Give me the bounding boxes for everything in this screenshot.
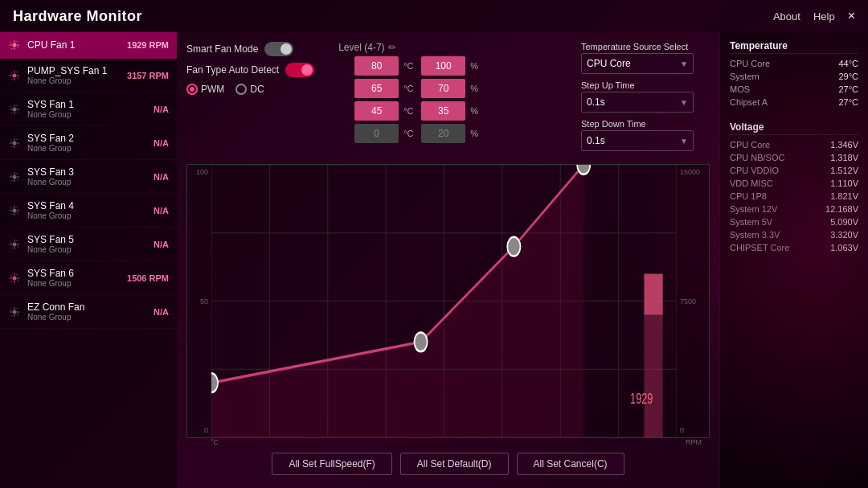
celsius-unit-1: °C <box>403 84 416 93</box>
sidebar-item-sub: None Group <box>27 211 154 220</box>
temp-info-name: CPU Core <box>730 59 770 68</box>
pct-input-1[interactable] <box>421 79 465 98</box>
graph-svg: 1929 <box>211 165 677 437</box>
right-controls: Temperature Source Select CPU Core ▼ Ste… <box>581 42 710 151</box>
graph-units-row: °C RPM <box>186 438 710 446</box>
voltage-info-value: 1.063V <box>830 243 858 252</box>
dc-radio-circle <box>235 84 247 95</box>
sidebar-item-info: SYS Fan 5None Group <box>27 234 154 254</box>
sidebar-item-rpm: 1506 RPM <box>127 273 169 283</box>
graph-y-left-axis: 100 50 0 <box>187 165 211 437</box>
chevron-down-icon: ▼ <box>680 59 688 68</box>
voltage-info-value: 5.090V <box>830 217 858 227</box>
controls-row: Smart Fan Mode Fan Type Auto Detect PWM <box>186 42 710 151</box>
sidebar-item-ez-conn-fan[interactable]: EZ Conn FanNone GroupN/A <box>0 295 177 329</box>
about-button[interactable]: About <box>773 10 800 23</box>
chevron-down-icon-3: ▼ <box>680 137 688 146</box>
sidebar-item-name: SYS Fan 2 <box>27 133 154 144</box>
sidebar-item-name: SYS Fan 3 <box>27 166 154 178</box>
help-button[interactable]: Help <box>813 10 835 23</box>
pct-input-0[interactable] <box>421 56 465 76</box>
sidebar-item-name: CPU Fan 1 <box>27 39 127 51</box>
sidebar-item-info: SYS Fan 4None Group <box>27 200 154 220</box>
svg-point-26 <box>507 237 520 256</box>
sidebar-item-sub: None Group <box>27 245 154 254</box>
sidebar-item-name: SYS Fan 5 <box>27 234 154 245</box>
edit-icon: ✏ <box>388 42 396 53</box>
temp-source-dropdown[interactable]: CPU Core ▼ <box>581 53 694 74</box>
sidebar-item-name: EZ Conn Fan <box>27 301 154 313</box>
level-edit[interactable]: Level (4-7) ✏ <box>338 42 478 53</box>
fan-icon <box>8 137 21 150</box>
voltage-info-value: 1.821V <box>830 191 858 201</box>
sidebar-item-sub: None Group <box>27 110 154 119</box>
temp-source-label: Temperature Source Select <box>581 42 710 51</box>
sidebar-item-sys-fan-5[interactable]: SYS Fan 5None GroupN/A <box>0 228 177 261</box>
sidebar-item-rpm: N/A <box>154 138 169 148</box>
step-down-label: Step Down Time <box>581 119 710 129</box>
svg-point-7 <box>13 276 17 280</box>
default-button[interactable]: All Set Default(D) <box>400 453 509 475</box>
voltage-info-name: CHIPSET Core <box>730 243 789 252</box>
temp-source-value: CPU Core <box>587 58 631 69</box>
svg-point-0 <box>13 43 17 47</box>
temp-input-2[interactable] <box>354 101 399 121</box>
smart-fan-mode-toggle[interactable] <box>264 42 293 56</box>
dc-radio[interactable]: DC <box>235 84 264 95</box>
sidebar-item-sub: None Group <box>27 76 127 85</box>
temp-info-name: System <box>730 72 760 81</box>
y-right-bot: 0 <box>680 426 706 434</box>
pct-unit-3: % <box>470 129 478 138</box>
pct-input-2[interactable] <box>421 101 465 121</box>
temp-input-3[interactable] <box>354 124 399 143</box>
pwm-radio[interactable]: PWM <box>186 84 224 95</box>
graph-main[interactable]: 1929 <box>211 165 677 437</box>
celsius-unit-0: °C <box>403 61 416 71</box>
voltage-info-row-4: CPU 1P8 1.821V <box>730 191 858 201</box>
voltage-info-name: CPU NB/SOC <box>730 153 784 162</box>
smart-fan-mode-label: Smart Fan Mode <box>186 43 258 55</box>
pct-input-3[interactable] <box>421 124 465 143</box>
full-speed-button[interactable]: All Set FullSpeed(F) <box>272 453 391 475</box>
temp-info-name: MOS <box>730 84 750 94</box>
sidebar-item-sys-fan-6[interactable]: SYS Fan 6None Group1506 RPM <box>0 261 177 295</box>
temp-info-row-1: System 29°C <box>730 72 858 81</box>
sidebar-item-sys-fan-2[interactable]: SYS Fan 2None GroupN/A <box>0 126 177 160</box>
close-button[interactable]: × <box>848 9 855 23</box>
graph-container[interactable]: 100 50 0 <box>186 164 710 438</box>
sidebar-item-sys-fan-3[interactable]: SYS Fan 3None GroupN/A <box>0 160 177 194</box>
svg-point-25 <box>414 332 427 351</box>
voltage-section-title: Voltage <box>730 121 858 135</box>
temp-info-rows: CPU Core 44°CSystem 29°CMOS 27°CChipset … <box>730 59 858 107</box>
step-down-dropdown[interactable]: 0.1s ▼ <box>581 130 694 151</box>
sidebar: CPU Fan 11929 RPM PUMP_SYS Fan 1None Gro… <box>0 32 177 488</box>
svg-text:1929: 1929 <box>630 390 653 406</box>
sidebar-item-rpm: N/A <box>154 206 169 215</box>
voltage-info-row-0: CPU Core 1.346V <box>730 140 858 150</box>
temp-input-0[interactable] <box>354 56 399 76</box>
voltage-info-rows: CPU Core 1.346VCPU NB/SOC 1.318VCPU VDDI… <box>730 140 858 252</box>
voltage-info-name: System 5V <box>730 217 772 227</box>
sidebar-item-sub: None Group <box>27 313 154 322</box>
svg-point-1 <box>13 73 17 77</box>
fan-type-toggle[interactable] <box>285 63 314 77</box>
sidebar-item-sys-fan-1[interactable]: SYS Fan 1None GroupN/A <box>0 92 177 126</box>
sidebar-item-info: EZ Conn FanNone Group <box>27 301 154 322</box>
temp-info-value: 44°C <box>838 59 858 68</box>
chevron-down-icon-2: ▼ <box>680 98 688 107</box>
sidebar-item-sys-fan-4[interactable]: SYS Fan 4None GroupN/A <box>0 194 177 228</box>
fan-icon <box>8 170 21 183</box>
cancel-button[interactable]: All Set Cancel(C) <box>517 453 624 475</box>
svg-point-6 <box>13 242 17 246</box>
sidebar-item-pump-sys-fan-1[interactable]: PUMP_SYS Fan 1None Group3157 RPM <box>0 59 177 92</box>
voltage-info-value: 3.320V <box>830 230 858 240</box>
sidebar-item-cpu-fan-1[interactable]: CPU Fan 11929 RPM <box>0 32 177 59</box>
voltage-info-row-5: System 12V 12.168V <box>730 204 858 214</box>
sidebar-item-sub: None Group <box>27 144 154 153</box>
step-up-dropdown[interactable]: 0.1s ▼ <box>581 92 694 113</box>
step-up-label: Step Up Time <box>581 80 710 90</box>
y-left-top: 100 <box>190 168 208 176</box>
fan-icon <box>8 272 21 285</box>
temp-input-1[interactable] <box>354 79 399 98</box>
temp-info-name: Chipset A <box>730 97 768 107</box>
